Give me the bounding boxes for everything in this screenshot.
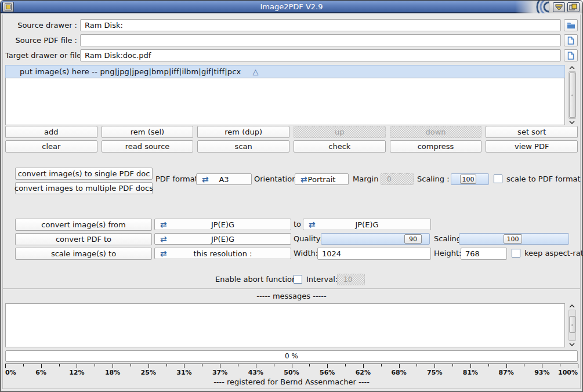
scale-to-pdf-checkbox[interactable] xyxy=(494,175,502,183)
messages-scrollbar xyxy=(566,303,578,347)
ruler-minor-tick xyxy=(131,364,131,366)
interval-input: 10 xyxy=(337,274,365,285)
ruler-label: 18% xyxy=(105,369,120,376)
convert-scaling-slider[interactable]: 100 xyxy=(459,233,569,245)
ruler-label: 93% xyxy=(534,369,549,376)
height-label: Height: xyxy=(434,248,461,259)
iconify-window-icon[interactable] xyxy=(553,2,565,12)
margin-input: 0 xyxy=(381,173,414,185)
image-list: put image(s) here -- png|jpg|jpeg|bmp|if… xyxy=(5,65,578,125)
add-button[interactable]: add xyxy=(5,126,97,138)
read-source-button[interactable]: read source xyxy=(102,140,194,153)
progress-bar: 0 % xyxy=(5,350,578,362)
ruler-label: 68% xyxy=(391,369,406,376)
orientation-cycle[interactable]: ⇄ Portrait xyxy=(295,173,349,185)
keep-aspect-checkbox[interactable] xyxy=(512,249,520,257)
scale-images-button[interactable]: scale image(s) to xyxy=(15,248,152,260)
scan-button[interactable]: scan xyxy=(197,140,289,153)
to-format-cycle[interactable]: ⇄ JP(E)G xyxy=(303,219,431,230)
scroll-down-icon[interactable] xyxy=(567,119,577,125)
resolution-cycle[interactable]: ⇄ this resolution : xyxy=(154,248,291,259)
image-list-header[interactable]: put image(s) here -- png|jpg|jpeg|bmp|if… xyxy=(5,65,565,78)
registered-label: ---- registered for Bernd Assenmacher --… xyxy=(1,378,582,386)
ruler-label: 75% xyxy=(427,369,442,376)
separator-groove xyxy=(3,288,580,289)
image-list-header-label: put image(s) here -- png|jpg|jpeg|bmp|if… xyxy=(20,67,241,76)
ruler-tick xyxy=(41,364,42,368)
scale-to-pdf-label: scale to PDF format xyxy=(506,173,581,185)
pdf-scaling-slider[interactable]: 100 xyxy=(451,173,489,185)
pdf-to-format-cycle[interactable]: ⇄ JP(E)G xyxy=(154,233,291,245)
quality-knob[interactable]: 90 xyxy=(404,234,422,244)
width-input[interactable] xyxy=(317,248,431,260)
title-bar[interactable]: Image2PDF V2.9 xyxy=(1,1,582,13)
scroll-up-icon[interactable] xyxy=(567,303,577,309)
scrollbar-track[interactable] xyxy=(568,71,576,119)
convert-multiple-pdf-button[interactable]: convert images to multiple PDF docs xyxy=(15,182,153,194)
convert-pdf-to-button[interactable]: convert PDF to xyxy=(15,233,152,245)
pdf-scaling-knob[interactable]: 100 xyxy=(460,175,476,184)
view-pdf-button[interactable]: view PDF xyxy=(486,140,578,153)
titlebar-decoration xyxy=(515,1,549,13)
convert-single-pdf-button[interactable]: convert image(s) to single PDF doc xyxy=(15,168,153,180)
ruler-tick xyxy=(184,364,184,368)
ruler-label: 12% xyxy=(69,369,84,376)
cycle-arrows-icon: ⇄ xyxy=(160,249,167,257)
ruler-label: 81% xyxy=(463,369,478,376)
browse-target-button[interactable] xyxy=(564,49,578,61)
image-list-scrollbar xyxy=(566,65,578,125)
ruler-tick xyxy=(77,364,77,368)
depth-window-icon[interactable] xyxy=(567,2,580,12)
source-drawer-input[interactable] xyxy=(80,19,561,31)
file-icon xyxy=(567,37,574,45)
list-button-row-1: add rem (sel) rem (dup) up down set sort xyxy=(5,126,578,138)
ruler-tick xyxy=(220,364,220,368)
ruler-tick xyxy=(542,364,542,368)
source-pdf-label: Source PDF file : xyxy=(5,34,77,46)
ruler-minor-tick xyxy=(59,364,60,366)
abort-row: Enable abort function: Interval: 10 xyxy=(5,274,578,285)
from-format-cycle[interactable]: ⇄ JP(E)G xyxy=(154,219,291,230)
convert-images-from-button[interactable]: convert image(s) from xyxy=(15,219,152,231)
list-button-row-2: clear read source scan check compress vi… xyxy=(5,140,578,153)
browse-drawer-button[interactable] xyxy=(564,19,578,31)
enable-abort-checkbox[interactable] xyxy=(294,275,302,284)
ruler-minor-tick xyxy=(309,364,310,366)
set-sort-button[interactable]: set sort xyxy=(486,126,578,138)
ruler-tick xyxy=(256,364,256,368)
ruler-tick xyxy=(434,364,435,368)
height-input[interactable] xyxy=(461,248,507,260)
ruler-minor-tick xyxy=(345,364,346,366)
source-pdf-input[interactable] xyxy=(80,34,561,46)
clear-button[interactable]: clear xyxy=(5,140,97,153)
ruler-minor-tick xyxy=(381,364,382,366)
cycle-arrows-icon: ⇄ xyxy=(309,220,316,228)
from-format-value: JP(E)G xyxy=(211,220,234,229)
browse-pdf-button[interactable] xyxy=(564,34,578,46)
scrollbar-track[interactable] xyxy=(568,310,576,341)
ruler-label: 50% xyxy=(284,369,299,376)
target-file-input[interactable] xyxy=(80,49,561,61)
compress-button[interactable]: compress xyxy=(390,140,482,153)
ruler-label: 37% xyxy=(212,369,227,376)
margin-label: Margin : xyxy=(353,173,383,185)
messages-list xyxy=(5,303,578,347)
remove-duplicates-button[interactable]: rem (dup) xyxy=(197,126,289,138)
scrollbar-thumb[interactable] xyxy=(569,72,575,118)
remove-selected-button[interactable]: rem (sel) xyxy=(102,126,194,138)
sort-ascending-icon[interactable]: △ xyxy=(252,67,258,76)
keep-aspect-label: keep aspect-ratio xyxy=(524,248,583,259)
scrollbar-thumb[interactable] xyxy=(569,316,575,333)
messages-body[interactable] xyxy=(5,303,565,347)
ruler-minor-tick xyxy=(560,364,560,366)
convert-scaling-knob[interactable]: 100 xyxy=(504,234,522,244)
pdf-format-cycle[interactable]: ⇄ A3 xyxy=(196,173,252,185)
window-title: Image2PDF V2.9 xyxy=(1,1,582,13)
scroll-down-icon[interactable] xyxy=(567,342,577,347)
quality-slider[interactable]: 90 xyxy=(321,233,430,245)
check-button[interactable]: check xyxy=(294,140,386,153)
image-list-body[interactable] xyxy=(5,78,565,125)
scroll-up-icon[interactable] xyxy=(567,65,577,71)
ruler-label: 100% xyxy=(558,369,578,376)
move-down-button: down xyxy=(390,126,482,138)
